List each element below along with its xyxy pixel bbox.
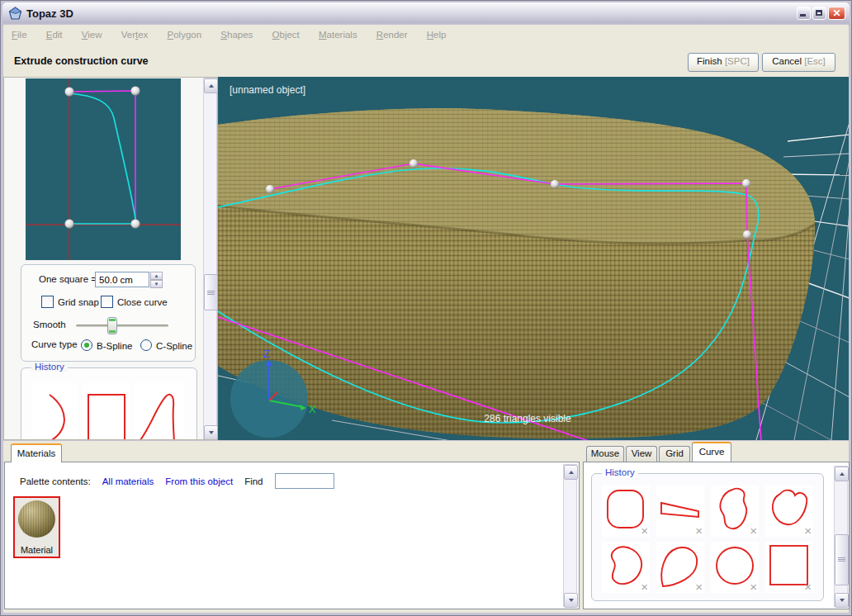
control-point[interactable] — [65, 220, 74, 229]
delete-history-icon[interactable]: × — [695, 580, 703, 593]
delete-history-icon[interactable]: × — [695, 524, 703, 537]
history-thumb-notched-blob[interactable]: × — [765, 486, 813, 537]
control-point[interactable] — [266, 185, 274, 193]
minimize-button[interactable] — [797, 7, 811, 20]
control-point[interactable] — [743, 230, 751, 239]
delete-history-icon[interactable]: × — [750, 580, 757, 593]
scroll-down-button[interactable] — [204, 425, 218, 440]
history-thumb-wavy-blob[interactable]: × — [711, 486, 759, 537]
maximize-button[interactable] — [812, 7, 826, 20]
control-point[interactable] — [409, 159, 418, 168]
scroll-up-button[interactable] — [204, 78, 218, 93]
menu-view[interactable]: View — [73, 25, 111, 44]
minimize-icon — [800, 14, 806, 17]
mode-title: Extrude construction curve — [14, 55, 149, 67]
extruded-object[interactable] — [218, 108, 815, 438]
settings-scrollbar[interactable] — [834, 466, 848, 607]
cancel-button[interactable]: Cancel [Esc] — [762, 53, 835, 72]
object-name-label: [unnamed object] — [230, 84, 305, 96]
material-name-label: Material — [15, 545, 59, 555]
close-button[interactable]: ✕ — [828, 7, 845, 20]
cspline-radio[interactable]: C-Spline — [140, 339, 192, 351]
delete-history-icon[interactable]: × — [804, 524, 812, 537]
history-thumb-square[interactable]: × — [83, 383, 129, 440]
materials-scrollbar[interactable] — [563, 464, 577, 607]
menu-render[interactable]: Render — [368, 25, 416, 44]
delete-history-icon[interactable]: × — [750, 524, 757, 537]
tab-view[interactable]: View — [626, 446, 657, 462]
app-icon — [8, 7, 22, 21]
material-swatch[interactable]: Material — [13, 496, 60, 558]
arrow-up-icon — [209, 84, 214, 88]
tab-curve[interactable]: Curve — [692, 442, 731, 462]
control-point[interactable] — [131, 87, 140, 96]
shape-history-group: History × × × — [591, 473, 824, 601]
menu-object[interactable]: Object — [264, 25, 308, 44]
scrollbar-thumb[interactable] — [835, 534, 849, 585]
scroll-up-button[interactable] — [835, 467, 849, 481]
scroll-up-button[interactable] — [564, 465, 578, 480]
history-thumb-open-arc[interactable]: × — [31, 383, 78, 440]
curve-type-label: Curve type — [31, 339, 78, 349]
from-this-object-link[interactable]: From this object — [165, 476, 233, 486]
menu-vertex[interactable]: Vertex — [113, 25, 157, 44]
smooth-slider-thumb[interactable] — [107, 317, 117, 334]
workspace: One square = ▲ ▼ Grid snap Close curve S… — [3, 77, 849, 440]
bspline-radio[interactable]: B-Spline — [81, 339, 132, 351]
history-thumb-teardrop[interactable]: × — [656, 542, 704, 593]
finish-button[interactable]: Finish [SPC] — [688, 53, 759, 72]
delete-history-icon[interactable]: × — [804, 580, 812, 593]
menu-shapes[interactable]: Shapes — [212, 25, 261, 44]
one-square-input[interactable] — [95, 272, 149, 287]
materials-panel: Materials Palette contents: All material… — [4, 442, 580, 611]
tab-materials[interactable]: Materials — [11, 443, 62, 462]
scroll-down-button[interactable] — [835, 593, 849, 608]
control-point[interactable] — [131, 220, 140, 229]
close-curve-checkbox[interactable]: Close curve — [101, 296, 168, 308]
history-label: History — [31, 362, 68, 372]
delete-history-icon[interactable]: × — [641, 524, 648, 537]
curve-editor-canvas[interactable] — [26, 78, 181, 260]
window-title: Topaz 3D — [26, 7, 73, 20]
history-thumb-wedge[interactable]: × — [656, 486, 704, 537]
control-point[interactable] — [65, 88, 74, 97]
control-point[interactable] — [551, 180, 559, 188]
history-thumb-peak-curve[interactable]: × — [134, 383, 183, 440]
smooth-label: Smooth — [33, 320, 66, 329]
scrollbar-thumb[interactable] — [204, 274, 218, 310]
history-thumb-circle[interactable]: × — [711, 542, 759, 593]
canvas-background — [26, 78, 181, 260]
curve-panel-scrollbar[interactable] — [203, 78, 217, 439]
all-materials-link[interactable]: All materials — [102, 476, 154, 486]
title-bar: Topaz 3D ✕ — [2, 2, 850, 26]
spin-up-button[interactable]: ▲ — [150, 272, 163, 280]
menu-polygon[interactable]: Polygon — [159, 25, 211, 44]
3d-viewport[interactable]: Z X [unnamed object] 286 triangles visib… — [218, 77, 849, 440]
smooth-slider-track[interactable] — [76, 325, 168, 327]
tab-grid[interactable]: Grid — [659, 446, 690, 462]
z-axis-label: Z — [263, 348, 270, 360]
maximize-icon — [816, 10, 822, 16]
tab-mouse[interactable]: Mouse — [586, 446, 624, 462]
history-thumb-rounded-square[interactable]: × — [602, 486, 650, 537]
delete-history-icon[interactable]: × — [641, 580, 648, 593]
checkbox-icon — [41, 296, 54, 308]
control-point[interactable] — [742, 179, 750, 187]
arrow-up-icon — [569, 471, 574, 474]
close-icon: ✕ — [829, 7, 845, 19]
grid-snap-checkbox[interactable]: Grid snap — [41, 296, 99, 308]
peak-curve-shape — [134, 383, 183, 440]
spin-down-button[interactable]: ▼ — [150, 280, 163, 288]
find-input[interactable] — [275, 473, 334, 489]
history-thumb-kidney-blob[interactable]: × — [602, 542, 650, 593]
find-label: Find — [244, 476, 263, 486]
scroll-down-button[interactable] — [564, 593, 578, 608]
menu-materials[interactable]: Materials — [310, 25, 366, 44]
history-thumb-square[interactable]: × — [765, 542, 813, 593]
menu-edit[interactable]: Edit — [38, 25, 71, 44]
material-sphere-preview — [18, 500, 55, 538]
menu-help[interactable]: Help — [419, 25, 455, 44]
menu-file[interactable]: File — [3, 25, 36, 44]
app-window: Topaz 3D ✕ File Edit View Vertex Polygon… — [0, 0, 852, 616]
one-square-label: One square = — [39, 274, 97, 284]
